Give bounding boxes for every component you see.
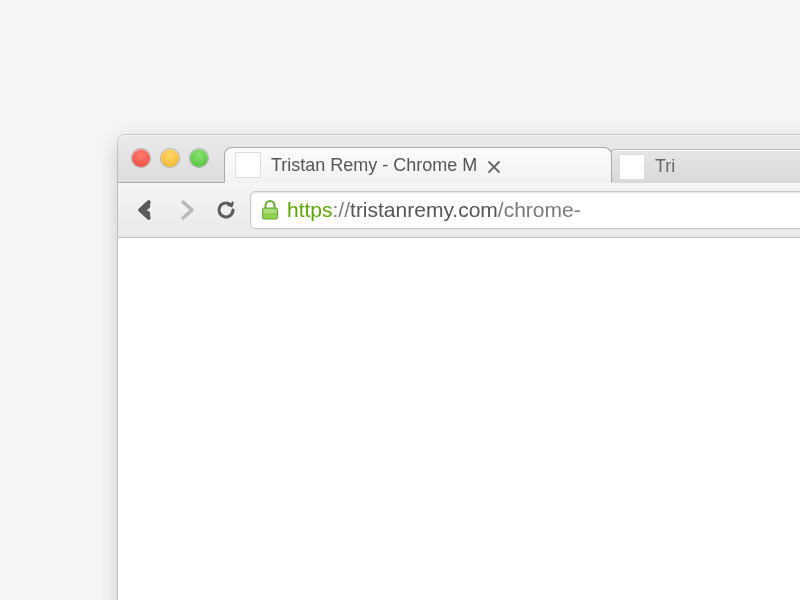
- minimize-window-button[interactable]: [161, 149, 179, 167]
- svg-rect-4: [264, 209, 277, 213]
- tab-title: Tristan Remy - Chrome M: [271, 155, 477, 176]
- toolbar: https :// tristanremy.com /chrome-: [118, 183, 800, 238]
- url-path: /chrome-: [498, 198, 581, 222]
- close-tab-button[interactable]: [487, 158, 501, 172]
- reload-button[interactable]: [210, 194, 242, 226]
- url-protocol: https: [287, 198, 333, 222]
- window-controls: [132, 149, 208, 167]
- tabs-container: Tristan Remy - Chrome M Tri: [224, 148, 800, 183]
- url-text: https :// tristanremy.com /chrome-: [287, 198, 581, 222]
- zoom-window-button[interactable]: [190, 149, 208, 167]
- address-bar[interactable]: https :// tristanremy.com /chrome-: [250, 191, 800, 229]
- url-host: tristanremy.com: [350, 198, 498, 222]
- tab-active[interactable]: Tristan Remy - Chrome M: [224, 147, 612, 183]
- lock-icon: [261, 200, 279, 220]
- browser-window: Tristan Remy - Chrome M Tri: [118, 135, 800, 600]
- forward-button[interactable]: [170, 194, 202, 226]
- page-content: [118, 238, 800, 600]
- close-window-button[interactable]: [132, 149, 150, 167]
- tab-inactive[interactable]: Tri: [608, 149, 800, 183]
- favicon-icon: [235, 152, 261, 178]
- back-button[interactable]: [130, 194, 162, 226]
- tab-title: Tri: [655, 156, 675, 177]
- favicon-icon: [619, 154, 645, 180]
- url-separator: ://: [333, 198, 351, 222]
- tab-strip: Tristan Remy - Chrome M Tri: [118, 135, 800, 183]
